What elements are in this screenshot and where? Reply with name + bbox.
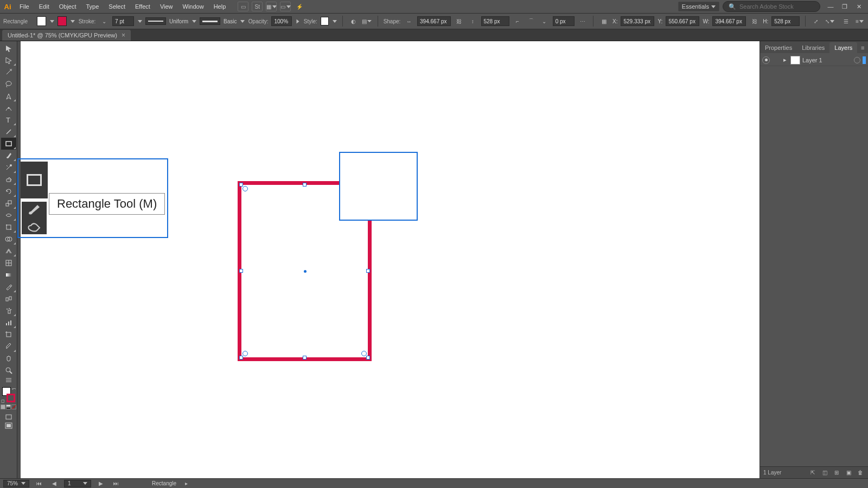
maximize-button[interactable]: ❐	[838, 1, 852, 12]
slice-tool[interactable]	[1, 341, 16, 352]
handle-sw[interactable]	[239, 356, 243, 359]
direct-selection-tool[interactable]	[1, 54, 16, 66]
variable-width-profile[interactable]	[145, 17, 166, 25]
magic-wand-tool[interactable]	[1, 66, 16, 78]
menu-object[interactable]: Object	[55, 1, 81, 12]
selection-tool[interactable]	[1, 42, 16, 54]
handle-n[interactable]	[303, 183, 307, 187]
default-fill-stroke-icon[interactable]: ◻	[1, 399, 5, 403]
tab-close-icon[interactable]: ×	[122, 31, 125, 39]
artboard[interactable]: Rectangle Tool (M)	[21, 41, 868, 478]
fill-stroke-proxy[interactable]: ⤺ ◻	[1, 386, 16, 403]
workspace-switcher[interactable]: Essentials	[678, 2, 719, 11]
profile-dropdown-icon[interactable]	[192, 18, 196, 24]
draw-mode-normal[interactable]	[1, 413, 16, 421]
visibility-toggle-icon[interactable]	[762, 56, 770, 64]
zoom-tool[interactable]	[1, 364, 16, 376]
lasso-tool[interactable]	[1, 78, 16, 90]
layout-icon[interactable]: St	[252, 2, 263, 11]
hand-tool[interactable]	[1, 352, 16, 364]
stock-search-input[interactable]	[739, 3, 814, 10]
artboard-next-icon[interactable]: ▶	[95, 478, 106, 489]
menu-window[interactable]: Window	[178, 1, 208, 12]
menu-edit[interactable]: Edit	[35, 1, 54, 12]
make-clipping-mask-icon[interactable]: ◫	[820, 468, 829, 477]
stroke-weight-input[interactable]	[112, 16, 134, 26]
symbol-sprayer-tool[interactable]	[1, 305, 16, 317]
transform-h-input[interactable]	[771, 16, 800, 26]
recolor-artwork-icon[interactable]: ◐	[348, 16, 359, 27]
live-corner-sw[interactable]	[242, 351, 248, 356]
menu-effect[interactable]: Effect	[131, 1, 155, 12]
link-wh-icon[interactable]: ⛓	[454, 16, 464, 27]
paintbrush-tool[interactable]	[1, 150, 16, 162]
panel-menu-icon[interactable]: ≡	[857, 42, 868, 53]
swap-fill-stroke-icon[interactable]: ⤺	[12, 386, 16, 391]
handle-e[interactable]	[366, 269, 370, 273]
handle-s[interactable]	[303, 356, 307, 359]
curvature-tool[interactable]	[1, 102, 16, 114]
color-mode-fill[interactable]	[1, 404, 5, 409]
canvas-area[interactable]: Rectangle Tool (M)	[17, 41, 868, 478]
panel-options-icon[interactable]: ≡	[854, 16, 865, 27]
close-button[interactable]: ✕	[852, 1, 866, 12]
shape-width-input[interactable]	[417, 16, 451, 26]
artboard-tool[interactable]	[1, 329, 16, 341]
screen-mode-button[interactable]	[1, 421, 16, 430]
line-segment-tool[interactable]	[1, 126, 16, 138]
opacity-dropdown-icon[interactable]	[295, 18, 300, 24]
handle-nw[interactable]	[239, 183, 243, 187]
opacity-input[interactable]	[271, 16, 292, 26]
menu-file[interactable]: File	[15, 1, 34, 12]
transform-anchor-icon[interactable]: ▦	[599, 16, 609, 27]
more-shape-icon[interactable]: ⋯	[578, 16, 588, 27]
shaper-tool[interactable]	[1, 162, 16, 174]
zoom-level[interactable]: 75%	[3, 480, 29, 487]
color-mode-gradient[interactable]	[6, 404, 11, 409]
align-icon[interactable]: ▤	[362, 16, 372, 27]
stroke-weight-dropdown-icon[interactable]	[137, 18, 142, 24]
type-tool[interactable]: T	[1, 114, 16, 126]
stroke-dropdown-icon[interactable]	[70, 18, 75, 24]
corner-down-icon[interactable]: ⌄	[539, 16, 550, 27]
isolate-icon[interactable]: ⤢	[811, 16, 821, 27]
rotate-tool[interactable]	[1, 185, 16, 197]
corner-type-icon[interactable]: ⌐	[513, 16, 523, 27]
fill-swatch[interactable]	[37, 16, 46, 26]
arrange-documents-icon[interactable]: ▦	[266, 2, 277, 11]
handle-w[interactable]	[239, 269, 243, 273]
menu-help[interactable]: Help	[209, 1, 231, 12]
document-tab[interactable]: Untitled-1* @ 75% (CMYK/GPU Preview) ×	[2, 30, 131, 41]
eraser-tool[interactable]	[1, 174, 16, 185]
free-transform-tool[interactable]	[1, 221, 16, 233]
artboard-prev-icon[interactable]: ◀	[49, 478, 60, 489]
width-tool[interactable]	[1, 209, 16, 221]
layer-row[interactable]: ▸ Layer 1	[760, 54, 868, 66]
pen-tool[interactable]	[1, 90, 16, 102]
artboard-last-icon[interactable]: ⏭	[111, 478, 122, 489]
screen-mode-icon[interactable]: ▭	[280, 2, 291, 11]
target-icon[interactable]	[854, 57, 860, 63]
handle-se[interactable]	[366, 356, 370, 359]
stroke-down-icon[interactable]: ⌄	[99, 16, 109, 27]
column-graph-tool[interactable]	[1, 317, 16, 329]
tab-libraries[interactable]: Libraries	[797, 42, 829, 53]
stroke-swatch[interactable]	[58, 16, 67, 26]
minimize-button[interactable]: —	[824, 1, 838, 12]
status-menu-icon[interactable]: ▸	[181, 478, 192, 489]
menu-select[interactable]: Select	[104, 1, 130, 12]
live-corner-nw[interactable]	[242, 186, 248, 191]
brush-dropdown-icon[interactable]	[240, 18, 245, 24]
gradient-tool[interactable]	[1, 269, 16, 281]
locate-object-icon[interactable]: ⇱	[808, 468, 817, 477]
create-new-layer-icon[interactable]: ▣	[844, 468, 853, 477]
lightning-icon[interactable]: ⚡	[294, 2, 305, 11]
menu-view[interactable]: View	[156, 1, 177, 12]
delete-layer-icon[interactable]: 🗑	[856, 468, 865, 477]
color-mode-none[interactable]	[11, 404, 16, 409]
link-transform-wh-icon[interactable]: ⛓	[749, 16, 760, 27]
stock-search[interactable]: 🔍	[723, 1, 820, 12]
perspective-grid-tool[interactable]	[1, 245, 16, 257]
live-corner-se[interactable]	[361, 351, 367, 356]
layer-name[interactable]: Layer 1	[802, 57, 852, 63]
